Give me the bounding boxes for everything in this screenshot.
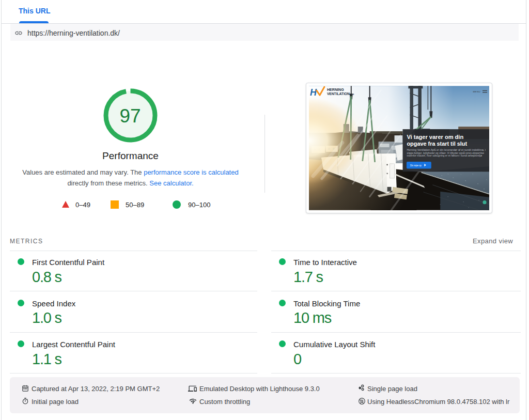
svg-text:MENU: MENU bbox=[473, 90, 480, 93]
svg-text:HERNING: HERNING bbox=[327, 88, 344, 91]
svg-text:Vi tager varer om din: Vi tager varer om din bbox=[407, 134, 463, 140]
svg-text:H: H bbox=[310, 87, 317, 98]
svg-text:opgave fra start til slut: opgave fra start til slut bbox=[407, 141, 467, 147]
svg-text:ApS: ApS bbox=[351, 94, 354, 96]
svg-text:Din rejse op: Din rejse op bbox=[410, 164, 422, 167]
svg-text:VENTILATION: VENTILATION bbox=[327, 92, 350, 96]
svg-text:indenfor industri, hvor udsugn: indenfor industri, hvor udsugning er et … bbox=[407, 154, 482, 157]
